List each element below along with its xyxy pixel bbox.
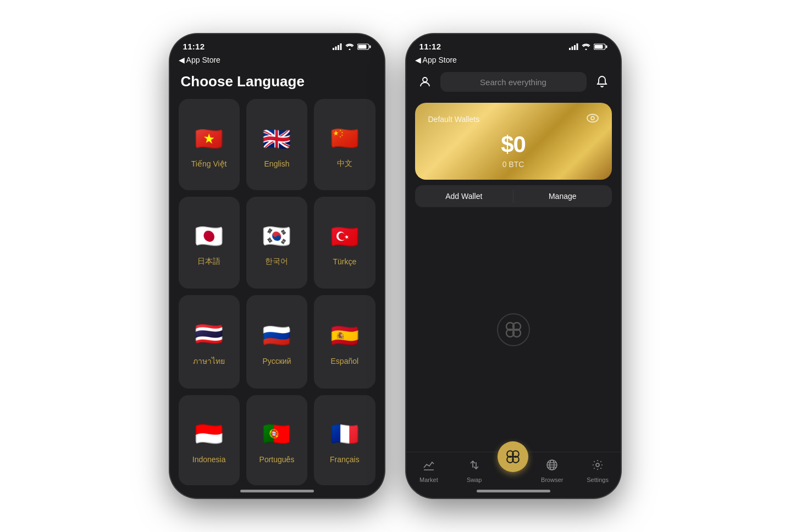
eye-icon[interactable] <box>587 114 599 125</box>
home-indicator-left <box>240 490 314 492</box>
lang-cell-zh[interactable]: 🇨🇳中文 <box>314 99 375 190</box>
tab-swap[interactable]: Swap <box>451 457 497 485</box>
flag-fr: 🇫🇷 <box>329 419 360 450</box>
wallet-amount: $0 <box>428 131 599 158</box>
lang-label-vi: Tiếng Việt <box>191 159 227 168</box>
flag-th: 🇹🇭 <box>194 319 224 350</box>
lang-cell-ru[interactable]: 🇷🇺Русский <box>246 295 307 389</box>
market-icon <box>423 459 435 474</box>
flag-tr: 🇹🇷 <box>329 221 360 252</box>
card-header: Default Wallets <box>428 114 599 125</box>
lang-cell-ja[interactable]: 🇯🇵日本語 <box>179 197 240 288</box>
left-phone: 11:12 ◀ App Store <box>170 34 384 498</box>
flag-id: 🇮🇩 <box>194 419 224 450</box>
lang-cell-ko[interactable]: 🇰🇷한국어 <box>246 197 307 288</box>
svg-rect-12 <box>594 45 603 48</box>
flag-zh: 🇨🇳 <box>329 123 360 153</box>
svg-rect-8 <box>571 46 573 50</box>
settings-icon <box>592 459 604 474</box>
manage-button[interactable]: Manage <box>513 185 612 207</box>
battery-icon-right <box>594 43 607 50</box>
svg-point-16 <box>591 117 594 120</box>
signal-icon <box>333 43 342 50</box>
flag-es: 🇪🇸 <box>329 320 360 351</box>
notification-button[interactable] <box>592 72 612 92</box>
wallet-content <box>406 207 621 452</box>
lang-label-id: Indonesia <box>192 455 226 464</box>
right-phone: 11:12 ◀ App Store <box>406 34 621 498</box>
browser-icon <box>546 459 558 474</box>
svg-rect-6 <box>369 45 371 48</box>
tab-settings[interactable]: Settings <box>575 457 621 485</box>
flag-vi: 🇻🇳 <box>194 123 224 154</box>
svg-rect-5 <box>358 45 366 48</box>
lang-label-pt: Português <box>259 455 295 464</box>
tab-browser[interactable]: Browser <box>529 457 575 485</box>
lang-cell-th[interactable]: 🇹🇭ภาษาไทย <box>179 295 240 389</box>
center-logo <box>497 313 530 346</box>
svg-rect-3 <box>340 43 341 50</box>
status-icons-left <box>333 43 371 50</box>
language-grid: 🇻🇳Tiếng Việt🇬🇧English🇨🇳中文🇯🇵日本語🇰🇷한국어🇹🇷Tür… <box>170 99 384 485</box>
swap-label: Swap <box>467 476 482 483</box>
svg-point-14 <box>423 77 427 82</box>
status-icons-right <box>569 43 607 50</box>
lang-label-ja: 日本語 <box>197 257 220 267</box>
svg-point-33 <box>596 463 599 467</box>
lang-label-ko: 한국어 <box>265 257 288 267</box>
wifi-icon-right <box>582 43 590 50</box>
lang-cell-id[interactable]: 🇮🇩Indonesia <box>179 395 240 485</box>
svg-rect-10 <box>576 43 578 50</box>
nav-bar-right: ◀ App Store <box>406 54 621 69</box>
search-placeholder: Search everything <box>480 77 546 87</box>
lang-label-ru: Русский <box>263 357 291 365</box>
home-logo <box>505 448 521 465</box>
wallet-card: Default Wallets $0 0 BTC <box>415 103 612 180</box>
flag-ru: 🇷🇺 <box>261 320 292 351</box>
wifi-icon <box>345 43 354 50</box>
back-button-left[interactable]: ◀ App Store <box>179 56 220 64</box>
search-bar[interactable]: Search everything <box>440 72 587 92</box>
nav-bar-left: ◀ App Store <box>170 54 384 69</box>
status-time-right: 11:12 <box>419 42 441 51</box>
tab-bar: Market Swap <box>406 452 621 485</box>
status-time-left: 11:12 <box>183 42 205 51</box>
settings-label: Settings <box>587 476 609 483</box>
back-button-right[interactable]: ◀ App Store <box>415 56 457 64</box>
home-indicator-right <box>477 490 550 492</box>
status-bar-left: 11:12 <box>170 34 384 54</box>
profile-button[interactable] <box>415 72 435 92</box>
svg-point-15 <box>587 114 598 122</box>
lang-label-en: English <box>264 159 290 168</box>
lang-cell-en[interactable]: 🇬🇧English <box>246 99 307 190</box>
svg-rect-9 <box>574 45 576 50</box>
wallet-card-section: Default Wallets $0 0 BTC <box>406 97 621 185</box>
lang-cell-vi[interactable]: 🇻🇳Tiếng Việt <box>179 99 240 190</box>
svg-rect-0 <box>333 48 334 50</box>
lang-cell-fr[interactable]: 🇫🇷Français <box>314 395 375 485</box>
lang-label-fr: Français <box>330 455 360 464</box>
add-wallet-button[interactable]: Add Wallet <box>415 185 513 207</box>
lang-label-tr: Türkçe <box>333 257 356 266</box>
lang-cell-es[interactable]: 🇪🇸Español <box>314 295 375 389</box>
app-logo-center <box>504 320 523 340</box>
svg-rect-2 <box>338 45 339 50</box>
lang-label-es: Español <box>331 357 359 365</box>
lang-cell-tr[interactable]: 🇹🇷Türkçe <box>314 197 375 288</box>
market-label: Market <box>419 476 438 483</box>
flag-pt: 🇵🇹 <box>261 419 292 450</box>
page-title-left: Choose Language <box>170 69 384 99</box>
wallet-header: Search everything <box>406 69 621 97</box>
swap-icon <box>468 459 480 474</box>
wallet-label: Default Wallets <box>428 115 480 124</box>
flag-ko: 🇰🇷 <box>261 220 292 251</box>
svg-rect-1 <box>335 46 336 50</box>
tab-market[interactable]: Market <box>406 457 452 485</box>
wallet-btc: 0 BTC <box>428 160 599 169</box>
flag-ja: 🇯🇵 <box>194 220 224 251</box>
svg-rect-7 <box>569 48 571 50</box>
lang-cell-pt[interactable]: 🇵🇹Português <box>246 395 307 485</box>
wallet-actions: Add Wallet Manage <box>415 185 612 207</box>
browser-label: Browser <box>541 476 563 483</box>
tab-home[interactable] <box>497 441 529 474</box>
